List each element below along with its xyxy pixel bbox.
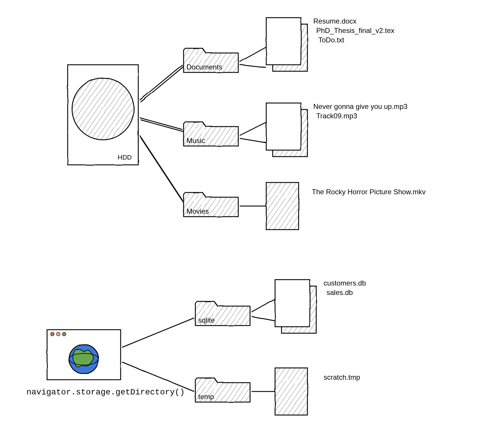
globe-icon — [69, 344, 99, 374]
svg-line-19 — [240, 65, 266, 68]
svg-line-17 — [141, 137, 183, 202]
file-label: Track09.mp3 — [316, 112, 357, 120]
svg-point-11 — [72, 78, 134, 140]
file-label: ToDo.txt — [318, 36, 344, 44]
folder-label: temp — [198, 393, 214, 401]
folder-documents: Documents — [184, 48, 238, 72]
svg-line-20 — [240, 122, 266, 135]
file-label: sales.db — [327, 288, 353, 296]
browser-window-icon — [47, 330, 121, 380]
file-label: Resume.docx — [313, 17, 357, 25]
browser-folder-connectors — [122, 318, 194, 391]
folder-label: Movies — [187, 207, 209, 215]
docstack-documents — [266, 18, 307, 71]
docstack-music — [266, 103, 307, 157]
file-label: Never gonna give you up.mp3 — [313, 102, 407, 110]
folder-doc-connectors-hdd — [240, 47, 266, 206]
svg-line-33 — [252, 299, 275, 312]
folder-label: Music — [187, 137, 205, 145]
svg-point-27 — [62, 332, 66, 336]
doc-temp — [275, 368, 307, 415]
svg-line-14 — [140, 118, 182, 130]
svg-point-26 — [56, 332, 60, 336]
hdd-folder-connectors — [140, 65, 183, 202]
file-label: PhD_Thesis_final_v2.tex — [316, 26, 394, 34]
hdd-icon: HDD — [68, 65, 138, 165]
folder-music: Music — [184, 122, 238, 146]
svg-point-25 — [51, 332, 54, 336]
svg-line-21 — [240, 138, 266, 143]
file-label: customers.db — [324, 279, 366, 287]
folder-temp: temp — [195, 378, 250, 402]
svg-line-31 — [122, 318, 194, 347]
svg-line-18 — [240, 47, 266, 62]
api-call-label: navigator.storage.getDirectory() — [26, 388, 185, 397]
folder-label: sqlite — [198, 316, 215, 324]
svg-line-15 — [141, 120, 183, 132]
folder-doc-connectors-browser — [252, 299, 275, 391]
hdd-label: HDD — [118, 154, 132, 161]
svg-line-34 — [252, 316, 275, 321]
file-label: scratch.tmp — [324, 373, 360, 381]
folder-sqlite: sqlite — [195, 301, 250, 326]
file-label: The Rocky Horror Picture Show.mkv — [312, 188, 426, 196]
svg-line-13 — [141, 67, 183, 102]
folder-label: Documents — [187, 63, 222, 71]
svg-line-12 — [140, 65, 182, 100]
folder-movies: Movies — [184, 193, 238, 217]
diagram-canvas: HDD Documents Music Movies Resume.docx P… — [0, 0, 496, 448]
docstack-sqlite — [275, 280, 316, 333]
svg-line-32 — [122, 362, 194, 391]
doc-movies — [266, 182, 299, 230]
